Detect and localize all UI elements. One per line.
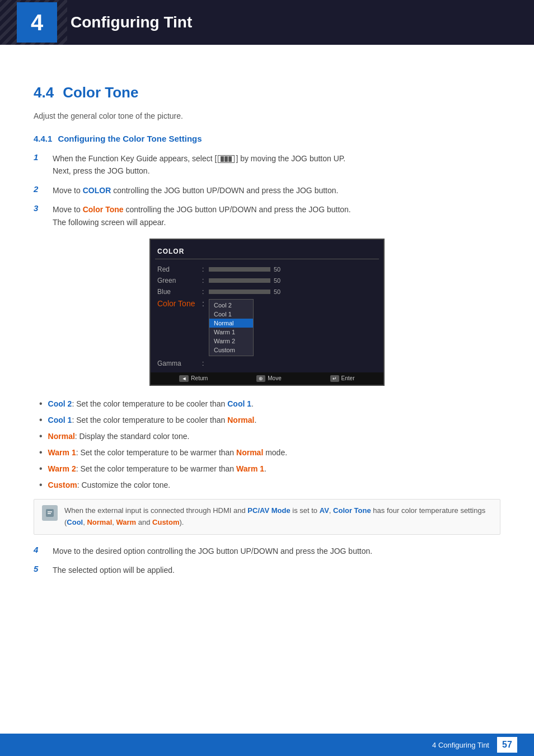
step-3-content: Move to Color Tone controlling the JOG b… xyxy=(53,203,351,228)
svg-rect-0 xyxy=(46,509,54,517)
monitor-bar-green-container: 50 xyxy=(209,277,377,284)
bullet-warm1: • Warm 1: Set the color temperature to b… xyxy=(39,447,500,459)
step-5-number: 5 xyxy=(34,564,47,573)
term-custom: Custom xyxy=(48,480,77,489)
dropdown-normal: Normal xyxy=(209,319,253,328)
monitor-menu-title: COLOR xyxy=(151,245,383,259)
chapter-number: 4 xyxy=(31,10,43,35)
step-2: 2 Move to COLOR controlling the JOG butt… xyxy=(34,184,500,197)
monitor-row-green: Green : 50 xyxy=(151,275,383,286)
bullet-custom: • Custom: Customize the color tone. xyxy=(39,479,500,491)
monitor-btn-return: ◄ Return xyxy=(179,375,208,382)
subsection-title: Configuring the Color Tone Settings xyxy=(58,134,202,143)
step-2-number: 2 xyxy=(34,184,47,194)
dropdown-custom: Custom xyxy=(209,346,253,354)
monitor-btn-move: ⊕ Move xyxy=(256,375,281,382)
move-label: Move xyxy=(268,375,281,381)
footer-page-number: 57 xyxy=(497,737,517,753)
term-warm1: Warm 1 xyxy=(48,448,76,457)
monitor-bar-red xyxy=(209,267,270,272)
chapter-header: 4 Configuring Tint xyxy=(0,0,534,45)
monitor-label-color-tone: Color Tone xyxy=(157,299,202,308)
monitor-bar-green xyxy=(209,278,270,283)
step-5: 5 The selected option will be applied. xyxy=(34,564,500,576)
bullet-warm2-content: Warm 2: Set the color temperature to be … xyxy=(48,463,266,475)
step-2-content: Move to COLOR controlling the JOG button… xyxy=(53,184,338,197)
steps-list-2: 4 Move to the desired option controlling… xyxy=(34,545,500,577)
step-3: 3 Move to Color Tone controlling the JOG… xyxy=(34,203,500,228)
step-1-number: 1 xyxy=(34,152,47,162)
note-svg-icon xyxy=(45,508,55,518)
bullet-dot: • xyxy=(39,399,43,408)
monitor-label-blue: Blue xyxy=(157,288,202,296)
monitor-row-blue: Blue : 50 xyxy=(151,286,383,297)
bullet-list: • Cool 2: Set the color temperature to b… xyxy=(39,398,500,491)
bullet-warm2: • Warm 2: Set the color temperature to b… xyxy=(39,463,500,475)
step-4-content: Move to the desired option controlling t… xyxy=(53,545,372,557)
step-5-content: The selected option will be applied. xyxy=(53,564,175,576)
term-cool1: Cool 1 xyxy=(48,416,72,424)
note-box: When the external input is connected thr… xyxy=(34,499,500,535)
return-label: Return xyxy=(191,375,208,381)
dropdown-warm1: Warm 1 xyxy=(209,328,253,337)
bullet-dot: • xyxy=(39,416,43,424)
term-normal-ref2: Normal xyxy=(236,448,263,457)
monitor-label-red: Red xyxy=(157,265,202,273)
chapter-title: Configuring Tint xyxy=(71,13,192,31)
monitor-label-green: Green xyxy=(157,277,202,284)
footer-text: 4 Configuring Tint xyxy=(432,741,489,749)
term-normal: Normal xyxy=(48,432,75,441)
dropdown-cool1: Cool 1 xyxy=(209,310,253,319)
monitor-bar-blue xyxy=(209,290,270,294)
step-4-number: 4 xyxy=(34,545,47,554)
bullet-dot: • xyxy=(39,432,43,441)
note-text: When the external input is connected thr… xyxy=(64,505,492,529)
bullet-normal-content: Normal: Display the standard color tone. xyxy=(48,431,190,442)
return-icon: ◄ xyxy=(179,375,189,382)
step-3-number: 3 xyxy=(34,203,47,213)
color-term: COLOR xyxy=(83,186,111,195)
monitor-value-red: 50 xyxy=(274,266,285,273)
step-4: 4 Move to the desired option controlling… xyxy=(34,545,500,557)
monitor-bottom-bar: ◄ Return ⊕ Move ↵ Enter xyxy=(151,372,383,385)
note-warm-term: Warm xyxy=(116,518,137,526)
enter-label: Enter xyxy=(341,375,355,381)
bullet-custom-content: Custom: Customize the color tone. xyxy=(48,479,171,491)
note-icon xyxy=(42,505,58,521)
subsection-heading: 4.4.1 Configuring the Color Tone Setting… xyxy=(34,134,500,143)
main-content: 4.4 Color Tone Adjust the general color … xyxy=(0,45,534,750)
dropdown-warm2: Warm 2 xyxy=(209,337,253,346)
note-pcav-term: PC/AV Mode xyxy=(247,506,290,515)
section-title: Color Tone xyxy=(63,84,138,101)
monitor-row-color-tone: Color Tone : Cool 2 Cool 1 Normal Warm 1… xyxy=(151,297,383,358)
bullet-cool2-content: Cool 2: Set the color temperature to be … xyxy=(48,398,254,410)
monitor-bar-red-container: 50 xyxy=(209,266,377,273)
bullet-cool2: • Cool 2: Set the color temperature to b… xyxy=(39,398,500,410)
subsection-number: 4.4.1 xyxy=(34,134,52,143)
section-number: 4.4 xyxy=(34,84,54,101)
term-warm2: Warm 2 xyxy=(48,464,76,473)
bullet-warm1-content: Warm 1: Set the color temperature to be … xyxy=(48,447,287,459)
term-warm1-ref: Warm 1 xyxy=(236,464,264,473)
chapter-number-box: 4 xyxy=(17,2,57,43)
jog-icon xyxy=(218,155,235,163)
term-normal-ref: Normal xyxy=(227,416,254,424)
bullet-dot: • xyxy=(39,464,43,473)
monitor-dropdown: Cool 2 Cool 1 Normal Warm 1 Warm 2 Custo… xyxy=(209,299,254,356)
bullet-dot: • xyxy=(39,448,43,457)
monitor-divider xyxy=(155,259,379,259)
move-icon: ⊕ xyxy=(256,375,265,382)
note-custom-term: Custom xyxy=(152,518,179,526)
enter-icon: ↵ xyxy=(330,375,339,382)
steps-list: 1 When the Function Key Guide appears, s… xyxy=(34,152,500,228)
bullet-cool1: • Cool 1: Set the color temperature to b… xyxy=(39,414,500,426)
dropdown-cool2: Cool 2 xyxy=(209,301,253,310)
color-tone-term: Color Tone xyxy=(83,205,124,214)
step-1-content: When the Function Key Guide appears, sel… xyxy=(53,152,345,178)
section-description: Adjust the general color tone of the pic… xyxy=(34,111,500,120)
term-cool1-ref: Cool 1 xyxy=(227,399,251,408)
monitor-bar-blue-container: 50 xyxy=(209,288,377,295)
monitor-btn-enter: ↵ Enter xyxy=(330,375,355,382)
page-footer: 4 Configuring Tint 57 xyxy=(0,734,534,756)
step-1: 1 When the Function Key Guide appears, s… xyxy=(34,152,500,178)
